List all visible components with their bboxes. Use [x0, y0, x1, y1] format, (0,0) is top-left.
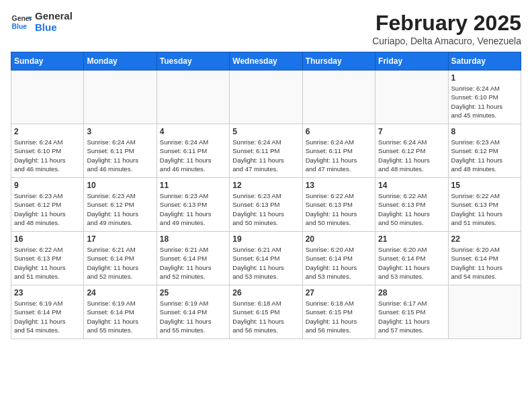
day-number: 17 — [87, 234, 153, 244]
day-number: 12 — [232, 181, 299, 190]
day-number: 27 — [306, 288, 372, 298]
day-info: Sunrise: 6:21 AM Sunset: 6:14 PM Dayligh… — [87, 245, 153, 281]
day-cell — [302, 71, 375, 124]
day-cell: 15Sunrise: 6:22 AM Sunset: 6:13 PM Dayli… — [448, 178, 521, 232]
day-info: Sunrise: 6:18 AM Sunset: 6:15 PM Dayligh… — [306, 299, 372, 334]
day-number: 19 — [232, 234, 299, 244]
day-number: 26 — [232, 288, 299, 298]
week-row-2: 9Sunrise: 6:23 AM Sunset: 6:12 PM Daylig… — [11, 178, 521, 232]
day-cell: 10Sunrise: 6:23 AM Sunset: 6:12 PM Dayli… — [84, 178, 157, 232]
week-row-3: 16Sunrise: 6:22 AM Sunset: 6:13 PM Dayli… — [11, 232, 521, 285]
day-number: 20 — [306, 234, 372, 244]
day-info: Sunrise: 6:24 AM Sunset: 6:11 PM Dayligh… — [160, 138, 226, 173]
day-info: Sunrise: 6:23 AM Sunset: 6:12 PM Dayligh… — [14, 191, 81, 227]
day-number: 9 — [14, 181, 81, 190]
day-info: Sunrise: 6:19 AM Sunset: 6:14 PM Dayligh… — [14, 299, 81, 334]
day-cell: 19Sunrise: 6:21 AM Sunset: 6:14 PM Dayli… — [230, 232, 302, 285]
day-number: 4 — [160, 127, 226, 136]
day-info: Sunrise: 6:20 AM Sunset: 6:14 PM Dayligh… — [378, 245, 445, 281]
day-info: Sunrise: 6:23 AM Sunset: 6:12 PM Dayligh… — [87, 191, 153, 227]
day-number: 16 — [14, 234, 81, 244]
day-number: 25 — [160, 288, 226, 298]
month-title: February 2025 — [372, 11, 521, 36]
day-info: Sunrise: 6:20 AM Sunset: 6:14 PM Dayligh… — [306, 245, 372, 281]
week-row-0: 1Sunrise: 6:24 AM Sunset: 6:10 PM Daylig… — [11, 71, 521, 124]
day-info: Sunrise: 6:21 AM Sunset: 6:14 PM Dayligh… — [232, 245, 299, 281]
col-header-thursday: Thursday — [302, 52, 375, 71]
day-cell: 14Sunrise: 6:22 AM Sunset: 6:13 PM Dayli… — [375, 178, 448, 232]
day-info: Sunrise: 6:24 AM Sunset: 6:11 PM Dayligh… — [87, 138, 153, 173]
day-number: 13 — [306, 181, 372, 190]
day-cell: 12Sunrise: 6:23 AM Sunset: 6:13 PM Dayli… — [230, 178, 302, 232]
logo: General Blue General Blue — [11, 11, 73, 33]
day-cell: 27Sunrise: 6:18 AM Sunset: 6:15 PM Dayli… — [302, 285, 375, 339]
day-cell: 16Sunrise: 6:22 AM Sunset: 6:13 PM Dayli… — [11, 232, 84, 285]
day-info: Sunrise: 6:24 AM Sunset: 6:11 PM Dayligh… — [306, 138, 372, 173]
day-number: 18 — [160, 234, 226, 244]
day-cell — [448, 285, 521, 339]
day-info: Sunrise: 6:24 AM Sunset: 6:10 PM Dayligh… — [451, 84, 518, 120]
col-header-saturday: Saturday — [448, 52, 521, 71]
day-cell: 1Sunrise: 6:24 AM Sunset: 6:10 PM Daylig… — [448, 71, 521, 124]
day-info: Sunrise: 6:18 AM Sunset: 6:15 PM Dayligh… — [232, 299, 299, 334]
day-cell: 3Sunrise: 6:24 AM Sunset: 6:11 PM Daylig… — [84, 124, 157, 178]
day-number: 6 — [306, 127, 372, 136]
day-info: Sunrise: 6:21 AM Sunset: 6:14 PM Dayligh… — [160, 245, 226, 281]
page-header: General Blue General Blue February 2025 … — [11, 11, 521, 46]
day-cell: 11Sunrise: 6:23 AM Sunset: 6:13 PM Dayli… — [157, 178, 229, 232]
title-area: February 2025 Curiapo, Delta Amacuro, Ve… — [372, 11, 521, 46]
day-number: 1 — [451, 73, 518, 83]
day-number: 24 — [87, 288, 153, 298]
day-number: 21 — [378, 234, 445, 244]
svg-text:Blue: Blue — [12, 22, 28, 30]
day-cell: 23Sunrise: 6:19 AM Sunset: 6:14 PM Dayli… — [11, 285, 84, 339]
day-info: Sunrise: 6:23 AM Sunset: 6:13 PM Dayligh… — [232, 191, 299, 227]
logo-line2: Blue — [35, 22, 73, 34]
location: Curiapo, Delta Amacuro, Venezuela — [372, 36, 521, 46]
day-number: 11 — [160, 181, 226, 190]
day-cell — [11, 71, 84, 124]
col-header-wednesday: Wednesday — [230, 52, 302, 71]
day-number: 8 — [451, 127, 518, 136]
day-number: 10 — [87, 181, 153, 190]
day-number: 23 — [14, 288, 81, 298]
day-cell — [84, 71, 157, 124]
day-cell: 6Sunrise: 6:24 AM Sunset: 6:11 PM Daylig… — [302, 124, 375, 178]
day-number: 5 — [232, 127, 299, 136]
day-info: Sunrise: 6:22 AM Sunset: 6:13 PM Dayligh… — [14, 245, 81, 281]
day-info: Sunrise: 6:19 AM Sunset: 6:14 PM Dayligh… — [87, 299, 153, 334]
day-number: 7 — [378, 127, 445, 136]
calendar-table: SundayMondayTuesdayWednesdayThursdayFrid… — [11, 52, 521, 339]
day-number: 15 — [451, 181, 518, 190]
col-header-sunday: Sunday — [11, 52, 84, 71]
logo-line1: General — [35, 11, 73, 22]
day-cell: 7Sunrise: 6:24 AM Sunset: 6:12 PM Daylig… — [375, 124, 448, 178]
day-header-row: SundayMondayTuesdayWednesdayThursdayFrid… — [11, 52, 521, 71]
day-info: Sunrise: 6:24 AM Sunset: 6:10 PM Dayligh… — [14, 138, 81, 173]
day-cell: 13Sunrise: 6:22 AM Sunset: 6:13 PM Dayli… — [302, 178, 375, 232]
day-number: 22 — [451, 234, 518, 244]
col-header-tuesday: Tuesday — [157, 52, 229, 71]
week-row-4: 23Sunrise: 6:19 AM Sunset: 6:14 PM Dayli… — [11, 285, 521, 339]
day-cell: 22Sunrise: 6:20 AM Sunset: 6:14 PM Dayli… — [448, 232, 521, 285]
day-cell: 28Sunrise: 6:17 AM Sunset: 6:15 PM Dayli… — [375, 285, 448, 339]
day-info: Sunrise: 6:23 AM Sunset: 6:12 PM Dayligh… — [451, 138, 518, 173]
day-info: Sunrise: 6:22 AM Sunset: 6:13 PM Dayligh… — [306, 191, 372, 227]
day-info: Sunrise: 6:22 AM Sunset: 6:13 PM Dayligh… — [378, 191, 445, 227]
day-cell: 25Sunrise: 6:19 AM Sunset: 6:14 PM Dayli… — [157, 285, 229, 339]
day-cell — [230, 71, 302, 124]
day-cell: 26Sunrise: 6:18 AM Sunset: 6:15 PM Dayli… — [230, 285, 302, 339]
day-cell: 4Sunrise: 6:24 AM Sunset: 6:11 PM Daylig… — [157, 124, 229, 178]
day-cell: 8Sunrise: 6:23 AM Sunset: 6:12 PM Daylig… — [448, 124, 521, 178]
day-number: 28 — [378, 288, 445, 298]
week-row-1: 2Sunrise: 6:24 AM Sunset: 6:10 PM Daylig… — [11, 124, 521, 178]
day-cell: 18Sunrise: 6:21 AM Sunset: 6:14 PM Dayli… — [157, 232, 229, 285]
col-header-monday: Monday — [84, 52, 157, 71]
day-info: Sunrise: 6:24 AM Sunset: 6:11 PM Dayligh… — [232, 138, 299, 173]
day-cell: 21Sunrise: 6:20 AM Sunset: 6:14 PM Dayli… — [375, 232, 448, 285]
day-number: 2 — [14, 127, 81, 136]
day-number: 3 — [87, 127, 153, 136]
day-cell: 5Sunrise: 6:24 AM Sunset: 6:11 PM Daylig… — [230, 124, 302, 178]
day-cell: 20Sunrise: 6:20 AM Sunset: 6:14 PM Dayli… — [302, 232, 375, 285]
col-header-friday: Friday — [375, 52, 448, 71]
